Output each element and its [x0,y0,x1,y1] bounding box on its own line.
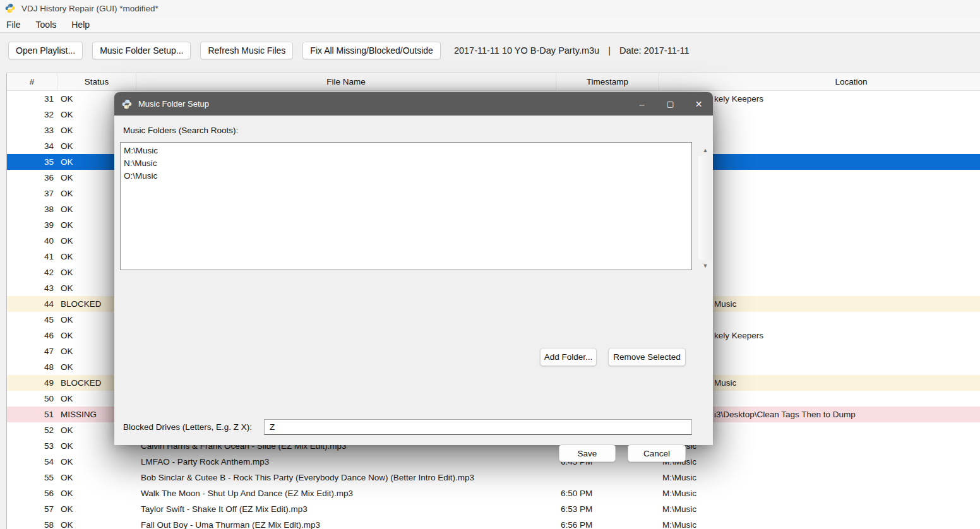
row-location: M:\Music [662,473,696,482]
column-header-num[interactable]: # [7,73,57,90]
row-status: OK [57,473,136,482]
row-location: M:\Music [662,504,696,514]
table-row[interactable]: 56 OK Walk The Moon - Shut Up And Dance … [7,485,980,501]
row-number: 42 [7,268,57,277]
row-number: 58 [7,520,57,529]
menubar: File Tools Help [0,16,980,33]
row-status: OK [57,504,136,514]
remove-selected-button[interactable]: Remove Selected [608,348,686,366]
window-title: VDJ History Repair (GUI) *modified* [21,4,158,13]
menu-help[interactable]: Help [71,20,90,30]
maximize-icon[interactable]: ▢ [656,92,684,116]
scrollbar-trough[interactable] [698,156,712,259]
playlist-info: 2017-11-11 10 YO B-Day Party.m3u | Date:… [454,45,690,56]
row-location: kely Keepers [714,94,763,104]
row-number: 36 [7,173,57,182]
row-number: 57 [7,504,57,514]
listbox-scrollbar[interactable]: ▲ ▼ [698,144,712,271]
row-status: OK [57,457,136,467]
row-number: 47 [7,347,57,356]
row-timestamp: 6:53 PM [556,504,659,514]
row-filename: Walk The Moon - Shut Up And Dance (EZ Mi… [136,489,556,498]
music-folder-setup-button[interactable]: Music Folder Setup... [92,42,191,59]
table-row[interactable]: 55 OK Bob Sinclar & Cutee B - Rock This … [7,470,980,485]
row-status: OK [57,489,136,498]
row-number: 31 [7,94,57,104]
row-number: 32 [7,110,57,119]
row-location: M:\Music [662,520,696,529]
row-number: 45 [7,315,57,324]
row-number: 49 [7,378,57,388]
row-number: 35 [7,157,57,167]
folder-item[interactable]: M:\Music [124,145,688,157]
folder-item[interactable]: N:\Music [124,157,688,170]
python-logo-icon [5,3,15,13]
row-timestamp: 6:50 PM [556,489,659,498]
minimize-icon[interactable]: – [628,92,656,116]
row-number: 48 [7,362,57,372]
blocked-drives-input[interactable] [264,419,692,435]
row-number: 33 [7,126,57,135]
row-location: M:\Music [662,489,696,498]
table-row[interactable]: 57 OK Taylor Swift - Shake It Off (EZ Mi… [7,501,980,517]
menu-file[interactable]: File [6,20,21,30]
row-number: 37 [7,189,57,198]
row-location: Music [714,378,736,388]
row-number: 41 [7,252,57,261]
music-folders-listbox[interactable]: M:\MusicN:\MusicO:\Music [120,142,692,270]
table-row[interactable]: 54 OK LMFAO - Party Rock Anthem.mp3 6:45… [7,454,980,470]
row-filename: Fall Out Boy - Uma Thurman (EZ Mix Edit)… [136,520,556,529]
row-number: 38 [7,205,57,214]
music-folder-setup-dialog: Music Folder Setup – ▢ ✕ Music Folders (… [114,92,713,445]
menu-tools[interactable]: Tools [36,20,57,30]
column-header-status[interactable]: Status [57,73,136,90]
row-filename: Taylor Swift - Shake It Off (EZ Mix Edit… [136,504,556,514]
playlist-date: Date: 2017-11-11 [619,45,690,56]
toolbar: Open Playlist... Music Folder Setup... R… [0,33,980,68]
column-header-filename[interactable]: File Name [136,73,556,90]
open-playlist-button[interactable]: Open Playlist... [8,42,83,59]
row-location: kely Keepers [714,331,763,340]
dialog-titlebar[interactable]: Music Folder Setup – ▢ ✕ [114,92,713,116]
row-number: 50 [7,394,57,403]
row-number: 54 [7,457,57,467]
python-logo-icon [122,99,132,109]
row-number: 53 [7,441,57,451]
row-number: 44 [7,299,57,309]
save-button[interactable]: Save [559,444,616,462]
row-filename: LMFAO - Party Rock Anthem.mp3 [136,457,556,467]
row-number: 52 [7,425,57,435]
row-number: 39 [7,220,57,230]
row-number: 56 [7,489,57,498]
fix-all-button[interactable]: Fix All Missing/Blocked/Outside [302,42,441,59]
row-number: 55 [7,473,57,482]
column-header-location[interactable]: Location [659,73,980,90]
row-filename: Bob Sinclar & Cutee B - Rock This Party … [136,473,556,482]
row-location: Music [714,299,736,309]
music-folders-label: Music Folders (Search Roots): [123,126,238,135]
window-titlebar: VDJ History Repair (GUI) *modified* [0,0,980,16]
row-number: 51 [7,410,57,419]
table-row[interactable]: 58 OK Fall Out Boy - Uma Thurman (EZ Mix… [7,517,980,529]
row-timestamp: 6:56 PM [556,520,659,529]
scroll-up-icon[interactable]: ▲ [698,144,712,156]
dialog-window-controls: – ▢ ✕ [628,92,713,116]
row-number: 34 [7,141,57,151]
row-status: OK [57,520,136,529]
row-number: 40 [7,236,57,246]
cancel-button[interactable]: Cancel [628,444,686,462]
blocked-drives-label: Blocked Drives (Letters, E.g. Z X): [123,422,252,432]
folder-item[interactable]: O:\Music [124,170,688,182]
column-header-timestamp[interactable]: Timestamp [556,73,659,90]
row-number: 43 [7,283,57,293]
dialog-body: Music Folders (Search Roots): M:\MusicN:… [114,116,713,445]
scroll-down-icon[interactable]: ▼ [698,259,712,271]
dialog-title: Music Folder Setup [138,99,209,109]
close-icon[interactable]: ✕ [684,92,713,116]
row-location: i3\Desktop\Clean Tags Then to Dump [714,410,856,419]
playlist-name: 2017-11-11 10 YO B-Day Party.m3u [454,45,599,56]
add-folder-button[interactable]: Add Folder... [540,348,597,366]
refresh-music-files-button[interactable]: Refresh Music Files [200,42,293,59]
table-header: # Status File Name Timestamp Location [7,73,980,91]
row-number: 46 [7,331,57,340]
